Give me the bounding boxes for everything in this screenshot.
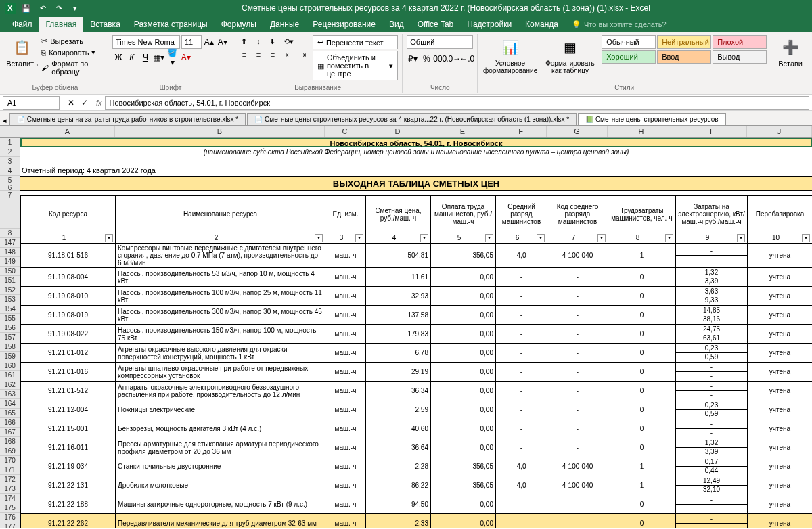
tell-me-search[interactable]: 💡 Что вы хотите сделать? [565,18,673,32]
cell-energy[interactable]: 14,8538,16 [676,306,748,325]
cell-price[interactable]: 2,28 [366,457,431,476]
row-header[interactable]: 173 [0,484,20,494]
cell-price[interactable]: 36,34 [366,382,431,400]
cell-energy[interactable]: 1,323,39 [676,268,748,287]
cell-code[interactable]: 91.21.22-262 [21,514,116,528]
cell-energy[interactable]: 0,230,59 [676,344,748,363]
row-header[interactable]: 165 [0,409,20,418]
cell-gcode[interactable]: - [547,325,608,344]
row-header[interactable]: 1 [0,138,20,147]
column-header[interactable]: E [430,126,495,137]
cell-code[interactable]: 91.19.08-010 [21,287,116,306]
percent-icon[interactable]: % [420,53,432,65]
cell-grade[interactable]: 4,0 [496,476,547,495]
cell-hours[interactable]: 0 [608,306,676,325]
row-header[interactable]: 164 [0,399,20,409]
row-header[interactable]: 176 [0,513,20,522]
row-header[interactable]: 166 [0,418,20,428]
cell-labor[interactable]: 0,00 [431,306,496,325]
cell-price[interactable]: 11,61 [366,268,431,287]
font-name-select[interactable] [112,35,180,49]
menu-formulas[interactable]: Формулы [215,17,263,32]
underline-button[interactable]: Ч [139,51,152,64]
cell-price[interactable]: 137,58 [366,306,431,325]
align-top-icon[interactable]: ⬆ [238,35,251,47]
cell-rebase[interactable]: учтена [748,363,813,382]
cell-energy[interactable]: 1,323,39 [676,438,748,457]
cell-rebase[interactable]: учтена [748,244,813,268]
format-painter-button[interactable]: 🖌 Формат по образцу [40,58,104,77]
cell-energy[interactable]: -- [676,495,748,514]
cell-name[interactable]: Аппараты окрасочные электроприводного бе… [116,382,325,400]
cell-grade[interactable]: 4,0 [496,244,547,268]
cell-unit[interactable]: маш.-ч [325,244,366,268]
row-header[interactable]: 5 [0,176,20,183]
number-format-select[interactable] [407,35,473,49]
increase-font-icon[interactable]: A▴ [203,36,215,48]
cell-name[interactable]: Передавливатели механические для труб ди… [116,514,325,528]
cell-price[interactable]: 2,33 [366,514,431,528]
increase-indent-icon[interactable]: ⇥ [296,49,310,61]
table-row[interactable]: 91.21.19-034Станки точильные двусторонни… [21,457,813,476]
comma-icon[interactable]: 000 [434,53,446,65]
format-as-table-button[interactable]: ▦ Форматировать как таблицу [541,35,599,76]
cell-gcode[interactable]: - [547,363,608,382]
cell-gcode[interactable]: - [547,268,608,287]
table-row[interactable]: 91.19.08-022Насосы, производительность 1… [21,325,813,344]
font-size-select[interactable] [181,35,202,49]
column-header[interactable]: A [20,126,115,137]
filter-dropdown-icon[interactable]: ▾ [802,234,810,242]
row-header[interactable]: 160 [0,361,20,371]
table-row[interactable]: 91.21.22-131Дробилки молотковыемаш.-ч86,… [21,476,813,495]
cell-grade[interactable]: - [496,514,547,528]
row-header[interactable]: 4 [0,166,20,176]
cell-labor[interactable]: 0,00 [431,287,496,306]
cell-rebase[interactable]: учтена [748,325,813,344]
menu-review[interactable]: Рецензирование [306,17,382,32]
row-header[interactable]: 155 [0,314,20,323]
cell-name[interactable]: Насосы, производительность 150 м3/ч, нап… [116,325,325,344]
cell-hours[interactable]: 0 [608,382,676,400]
row-header[interactable]: 3 [0,157,20,166]
column-header[interactable]: I [675,126,747,137]
cell-energy[interactable]: 3,639,33 [676,287,748,306]
cell-name[interactable]: Насосы, производительность 53 м3/ч, напо… [116,268,325,287]
cell-unit[interactable]: маш.-ч [325,419,366,438]
cell-gcode[interactable]: - [547,306,608,325]
column-header[interactable]: C [325,126,365,137]
cell-hours[interactable]: 0 [608,287,676,306]
cell-gcode[interactable]: 4-100-040 [547,476,608,495]
cell-gcode[interactable]: 4-100-040 [547,244,608,268]
row-header[interactable]: 147 [0,238,20,248]
cell-code[interactable]: 91.19.08-019 [21,306,116,325]
cell-gcode[interactable]: - [547,400,608,419]
column-header[interactable]: G [547,126,608,137]
cell-unit[interactable]: маш.-ч [325,268,366,287]
menu-page-layout[interactable]: Разметка страницы [127,17,215,32]
row-header[interactable]: 156 [0,323,20,333]
cells-grid[interactable]: Новосибирская область, 54.01, г. Новосиб… [20,138,812,528]
cell-labor[interactable]: 0,00 [431,400,496,419]
cell-hours[interactable]: 0 [608,363,676,382]
select-all-corner[interactable] [0,126,20,137]
cell-code[interactable]: 91.19.08-004 [21,268,116,287]
row-header[interactable]: 172 [0,475,20,484]
row-header[interactable]: 169 [0,446,20,456]
style-output[interactable]: Вывод [713,50,767,64]
decrease-font-icon[interactable]: A▾ [217,36,229,48]
cell-hours[interactable]: 0 [608,268,676,287]
redo-icon[interactable]: ↷ [51,1,66,16]
cell-price[interactable]: 6,78 [366,344,431,363]
tab-nav-icon[interactable]: ◂ [3,116,9,125]
cell-code[interactable]: 91.21.16-011 [21,438,116,457]
cell-grade[interactable]: - [496,419,547,438]
cell-rebase[interactable]: учтена [748,306,813,325]
cell-rebase[interactable]: учтена [748,382,813,400]
align-center-icon[interactable]: ≡ [252,49,265,61]
menu-data[interactable]: Данные [263,17,306,32]
table-row[interactable]: 91.21.22-188Машины затирочные однороторн… [21,495,813,514]
style-neutral[interactable]: Нейтральный [657,35,711,49]
cell-rebase[interactable]: учтена [748,457,813,476]
cell-energy[interactable]: -- [676,382,748,400]
table-row[interactable]: 91.21.01-016Агрегаты шпатлево-окрасочные… [21,363,813,382]
